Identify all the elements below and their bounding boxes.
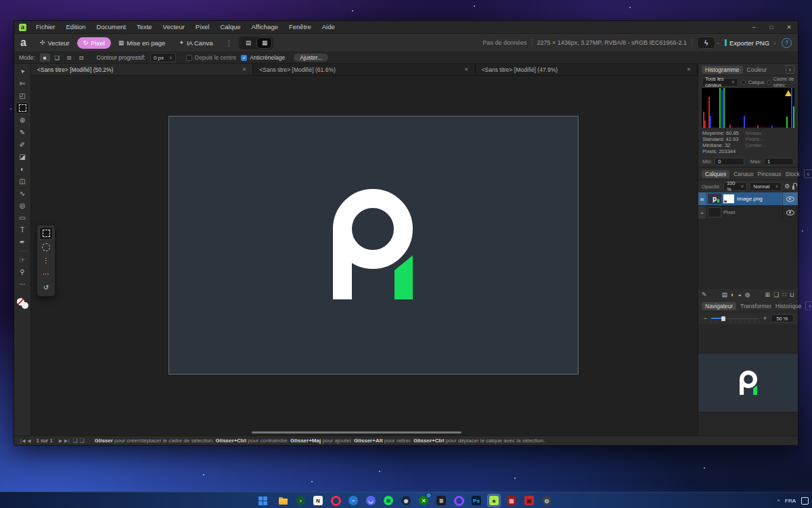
- antialias-checkbox[interactable]: ✓ Anticrénelage: [241, 54, 285, 61]
- export-png-button[interactable]: Exporter PNG ⌄: [725, 39, 777, 47]
- from-center-checkbox[interactable]: Depuis le centre: [186, 54, 236, 61]
- taskbar-app-red-face[interactable]: ▣: [523, 494, 535, 507]
- opacity-dropdown[interactable]: 100 %∨: [723, 182, 747, 191]
- feather-dropdown[interactable]: 0 px∨: [150, 53, 176, 62]
- adjust-button[interactable]: Ajuster...: [294, 54, 328, 62]
- character-panel-button[interactable]: ▤: [241, 38, 255, 48]
- tab-couleur[interactable]: Couleur: [747, 66, 767, 73]
- tab-canaux[interactable]: Canaux: [734, 171, 753, 177]
- taskbar-opera[interactable]: [330, 494, 342, 507]
- document-tab[interactable]: <Sans titre> [Modifié] (47.9%)✕: [476, 64, 698, 75]
- navigator-preview[interactable]: [698, 354, 798, 412]
- zoom-tool[interactable]: ⚲: [16, 267, 28, 277]
- clone-stamp-tool[interactable]: ◫: [16, 176, 28, 186]
- taskbar-spotify[interactable]: ≋: [382, 494, 394, 507]
- maximize-button[interactable]: □: [763, 21, 780, 33]
- cadre-selection-checkbox[interactable]: Cadre de sélec: [767, 76, 794, 88]
- panel-menu-button[interactable]: ∨: [805, 301, 812, 310]
- zoom-slider[interactable]: [711, 316, 759, 322]
- layer-row[interactable]: ▤pImage.png: [698, 192, 798, 205]
- menu-pixel[interactable]: Pixel: [190, 21, 215, 33]
- layer-row[interactable]: »Pixel: [698, 205, 798, 219]
- calque-checkbox[interactable]: Calque: [741, 79, 765, 85]
- next-page-button[interactable]: ▶: [59, 438, 62, 444]
- layer-effects-icon[interactable]: ◍: [745, 291, 750, 298]
- horizontal-scrollbar[interactable]: [252, 431, 461, 433]
- new-pixel-layer-icon[interactable]: ⊞: [765, 291, 771, 298]
- layer-visibility-toggle[interactable]: [782, 206, 798, 219]
- layer-expander[interactable]: ▤: [698, 192, 706, 205]
- pencil-tool[interactable]: ✎: [16, 127, 28, 137]
- artboard[interactable]: [169, 117, 578, 374]
- marquee-rectangle[interactable]: [40, 228, 52, 239]
- max-input[interactable]: 1: [764, 158, 794, 165]
- menu-fichier[interactable]: Fichier: [30, 21, 61, 33]
- tab-navigateur[interactable]: Navigateur: [702, 302, 736, 310]
- spread-page-icon[interactable]: ❏: [80, 438, 84, 444]
- tab-close-button[interactable]: ✕: [687, 66, 691, 72]
- menu-aide[interactable]: Aide: [317, 21, 340, 33]
- new-layer-icon[interactable]: ❏: [773, 291, 779, 298]
- primary-color-no-fill-swatch[interactable]: [17, 298, 24, 305]
- smudge-tool[interactable]: ∿: [16, 188, 28, 198]
- persona-pixel[interactable]: ↻Pixel: [77, 37, 111, 49]
- more-options-button[interactable]: ⋮: [223, 39, 234, 47]
- zoom-value[interactable]: 50 %: [771, 314, 794, 322]
- snapping-button[interactable]: ▦: [257, 38, 271, 48]
- flood-select-tool[interactable]: ⊛: [16, 115, 28, 125]
- taskbar-mail-app[interactable]: ~: [347, 494, 359, 507]
- tab-close-button[interactable]: ✕: [242, 66, 246, 72]
- group-layers-icon[interactable]: ∷: [782, 291, 786, 298]
- rectangular-marquee-tool[interactable]: [16, 103, 28, 113]
- marquee-row[interactable]: ⋯: [40, 268, 52, 280]
- mask-layer-icon[interactable]: ◐: [731, 291, 734, 298]
- mode-intersect[interactable]: ⊡: [76, 54, 87, 62]
- knife-tool[interactable]: ✄: [16, 79, 28, 89]
- mode-subtract[interactable]: ⊟: [64, 54, 74, 62]
- taskbar-file-explorer[interactable]: [277, 494, 289, 507]
- tab-transformer[interactable]: Transformer: [740, 303, 771, 310]
- marquee-ellipse[interactable]: [40, 241, 52, 253]
- color-picker-tool[interactable]: ✒: [16, 237, 28, 247]
- layer-visibility-toggle[interactable]: [782, 192, 798, 205]
- move-tool[interactable]: ➤: [16, 66, 28, 77]
- text-tool[interactable]: T: [16, 225, 28, 235]
- paint-brush-tool[interactable]: ✐: [16, 140, 28, 150]
- menu-document[interactable]: Document: [91, 21, 131, 33]
- zoom-slider-thumb[interactable]: [721, 316, 725, 321]
- blur-tool[interactable]: ◎: [16, 200, 28, 211]
- tab-stock[interactable]: Stock: [785, 171, 799, 177]
- menu-affichage[interactable]: Affichage: [246, 21, 284, 33]
- channels-dropdown[interactable]: Tous les canaux∨: [702, 78, 738, 87]
- tab-pinceaux[interactable]: Pinceaux: [758, 171, 782, 177]
- adjustment-icon[interactable]: ▤: [721, 291, 727, 298]
- document-tab[interactable]: <Sans titre> [Modifié] (61.6%)✕: [253, 64, 475, 75]
- taskbar-app-green-circle[interactable]: ◑: [294, 494, 307, 507]
- taskbar-app-red-grid[interactable]: ▦: [505, 494, 518, 507]
- notification-icon[interactable]: [801, 497, 809, 505]
- menu-vecteur[interactable]: Vecteur: [158, 21, 190, 33]
- document-tab[interactable]: <Sans titre> [Modifié] (50.2%)✕: [31, 64, 253, 75]
- last-page-button[interactable]: ▶❘: [64, 438, 70, 444]
- quick-actions-button[interactable]: ϟ: [697, 37, 715, 49]
- taskbar-photoshop[interactable]: Ps: [470, 494, 482, 507]
- edit-adjustment-icon[interactable]: ✎: [702, 291, 707, 298]
- taskbar-steam[interactable]: ◉: [400, 494, 412, 507]
- chevron-down-icon[interactable]: ⌄: [716, 40, 720, 45]
- more-tools[interactable]: ⋯: [16, 279, 28, 289]
- min-input[interactable]: 0: [715, 158, 744, 165]
- color-swatches[interactable]: [17, 298, 28, 310]
- tab-calques[interactable]: Calques: [702, 170, 729, 178]
- tab-close-button[interactable]: ✕: [464, 66, 468, 72]
- lock-icon[interactable]: [792, 186, 794, 190]
- persona-mise-en-page[interactable]: ▦Mise en page: [112, 37, 172, 49]
- freehand-selection[interactable]: ↺: [40, 282, 52, 293]
- blend-mode-dropdown[interactable]: Normal∨: [750, 182, 782, 191]
- menu-edition[interactable]: Edition: [61, 21, 91, 33]
- help-button[interactable]: ?: [782, 38, 792, 48]
- canvas-view[interactable]: [31, 76, 698, 436]
- shape-tool[interactable]: ▭: [16, 213, 28, 223]
- zoom-out-button[interactable]: −: [702, 315, 708, 322]
- crop-tool[interactable]: ◰: [16, 91, 28, 101]
- single-page-icon[interactable]: ❏: [72, 438, 76, 444]
